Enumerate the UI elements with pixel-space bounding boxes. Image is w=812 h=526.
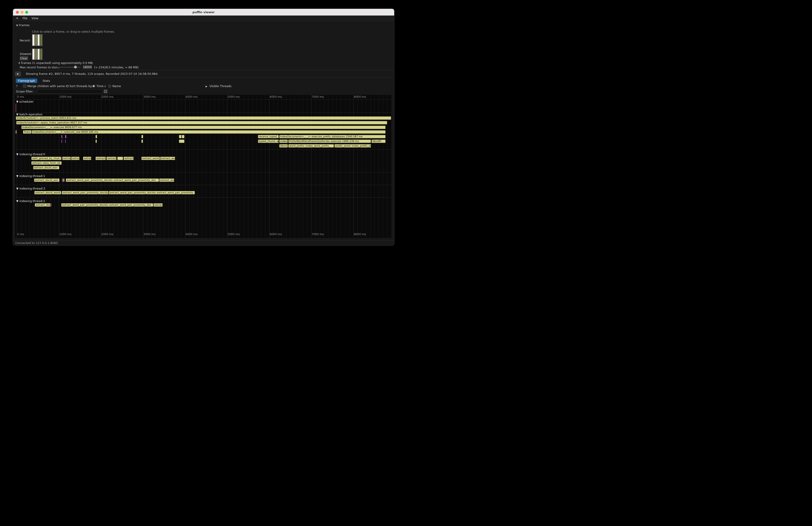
frame-status-text: Showing frame #2, 8957.4 ms, 7 threads, …: [26, 72, 158, 75]
app-asterisk-icon[interactable]: ✳: [16, 17, 18, 20]
flame-scope-bar[interactable]: IndexDocuments<_, _>::execute 8656.677 m…: [21, 126, 386, 129]
titlebar[interactable]: puffin viewer: [13, 9, 394, 16]
flame-scope-bar[interactable]: IndexScheduler>::process_batch 8953.821 …: [16, 116, 391, 120]
frame-bar[interactable]: [40, 34, 42, 46]
flame-scope-bar[interactable]: extract_word_pair_proximity_docids::extr…: [66, 178, 159, 182]
flame-scope-tick[interactable]: [63, 178, 64, 182]
scope-filter-row: Scope filter: ×: [13, 89, 394, 94]
thread-group-label[interactable]: ▼ batch-operation: [16, 113, 43, 116]
flame-scope-tick[interactable]: [61, 135, 62, 138]
thread-group-label[interactable]: ▼ indexing-thread:2: [16, 199, 45, 203]
flame-scope-tick[interactable]: [141, 135, 143, 138]
flame-scope-bar[interactable]: extrac: [154, 203, 163, 207]
flame-scope-bar[interactable]: extract: [124, 157, 134, 160]
flame-scope-bar[interactable]: extract_docid_wor: [34, 178, 60, 182]
flame-scope-tick[interactable]: [182, 135, 185, 138]
frame-bar[interactable]: [40, 49, 42, 60]
flame-scope-bar[interactable]: extract_wo: [160, 157, 175, 160]
scope-filter-input[interactable]: [37, 89, 103, 93]
flame-scope-bar[interactable]: receive_typed_: [258, 135, 279, 138]
flame-scope-bar[interactable]: extract_docid_word: [34, 191, 61, 194]
frame-bar[interactable]: [35, 49, 37, 60]
visible-threads-header[interactable]: ▶ Visible Threads: [205, 84, 232, 88]
sort-direction-arrow-icon[interactable]: ↓: [104, 84, 106, 88]
slowest-frames-thumbnail[interactable]: [32, 48, 43, 60]
play-button[interactable]: ▶: [15, 72, 21, 76]
merge-children-checkbox[interactable]: [23, 85, 26, 88]
flame-scope-bar[interactable]: extra: [71, 157, 79, 160]
flame-scope-tick[interactable]: [96, 140, 97, 143]
flame-scope-tick[interactable]: [16, 103, 16, 112]
flame-scope-bar[interactable]: extract_word: [141, 157, 160, 160]
recent-label: Recent:: [20, 39, 31, 42]
max-frames-slider[interactable]: [57, 67, 81, 68]
expand-triangle-icon: ▶: [205, 85, 207, 88]
tab-flamegraph[interactable]: Flamegraph: [16, 78, 37, 83]
sort-name-radio[interactable]: [108, 85, 111, 88]
flame-scope-tick[interactable]: [64, 178, 65, 182]
frame-bar[interactable]: [38, 49, 40, 60]
flame-scope-tick[interactable]: [96, 135, 97, 138]
menu-file[interactable]: File: [23, 16, 27, 20]
flame-scope-bar[interactable]: extract_: [96, 157, 106, 160]
flame-scope-bar[interactable]: extract_doc: [35, 203, 50, 207]
flame-scope-bar[interactable]: extract_: [106, 157, 117, 160]
flame-scope-tick[interactable]: [16, 130, 17, 134]
flame-scope-bar[interactable]: typed_chunk::w: [258, 140, 279, 143]
slider-knob[interactable]: [74, 65, 77, 69]
flame-scope-bar[interactable]: extract_docid_wor: [33, 166, 59, 170]
flamegraph-canvas[interactable]: 0 ms0 ms1000 ms1000 ms2000 ms2000 ms3000…: [15, 95, 392, 238]
flame-scope-bar[interactable]: index: [279, 140, 288, 143]
flame-scope-bar[interactable]: IndexDocuments<_, _>::execute_raw 8459.1…: [32, 130, 386, 134]
flame-scope-bar[interactable]: split_grenad_by_chun: [31, 157, 61, 160]
tab-stats[interactable]: Stats: [41, 78, 52, 83]
flame-scope-bar[interactable]: Trans: [23, 130, 31, 134]
flame-scope-bar[interactable]: extract_word_pair_proximity_docids::extr…: [61, 203, 153, 207]
frames-header[interactable]: ▼ Frames: [16, 24, 29, 27]
menu-view[interactable]: View: [31, 16, 39, 20]
flame-scope-bar[interactable]: extract: [62, 157, 71, 160]
flame-scope-tick[interactable]: [61, 140, 62, 143]
clear-button[interactable]: Clear: [20, 56, 28, 60]
flame-scope-bar[interactable]: extract::data_from_ob: [31, 161, 62, 165]
sort-time-label[interactable]: Time: [97, 84, 104, 88]
frame-bar[interactable]: [35, 34, 37, 46]
flame-scope-bar[interactable]: PrefixWordPairsProximityDocids::execute …: [288, 140, 371, 143]
clear-filter-icon[interactable]: ×: [104, 90, 107, 93]
sort-name-label[interactable]: Name: [112, 84, 121, 88]
flame-scope-tick[interactable]: [117, 157, 123, 160]
flame-scope-tick[interactable]: [51, 203, 52, 207]
flame-scope-bar[interactable]: extrac: [83, 157, 91, 160]
flame-scope-bar[interactable]: IndexScheduler>::apply_index_operation 8…: [16, 121, 387, 125]
play-row: ▶ Showing frame #2, 8957.4 ms, 7 threads…: [13, 70, 394, 78]
thread-group-label[interactable]: ▼ scheduler: [16, 100, 33, 103]
flame-scope-bar[interactable]: extract_word_pair_proximity_docids: [62, 191, 109, 194]
thread-group-label[interactable]: ▼ indexing-thread:0: [16, 152, 45, 156]
thread-group-label[interactable]: ▼ indexing-thread:3: [16, 187, 45, 190]
help-button[interactable]: ?: [16, 84, 18, 88]
flame-scope-tick[interactable]: [61, 157, 62, 160]
flame-scope-tick[interactable]: [65, 140, 66, 143]
flame-scope-tick[interactable]: [179, 135, 182, 138]
thread-group-label[interactable]: ▼ indexing-thread:1: [16, 174, 45, 178]
flame-scope-bar[interactable]: prefix_word::index_prefix_wo: [334, 144, 371, 148]
flame-scope-tick[interactable]: [62, 178, 62, 182]
time-tick-label: 5000 ms: [228, 233, 240, 236]
flame-scope-bar[interactable]: extract_wo: [159, 178, 174, 182]
max-frames-value[interactable]: 18000: [83, 65, 92, 69]
merge-children-label[interactable]: Merge children with same ID: [27, 84, 69, 88]
flame-scope-tick[interactable]: [179, 140, 185, 143]
sort-time-radio[interactable]: [92, 85, 95, 88]
flame-scope-bar[interactable]: IndexDocuments<_, _>::execute_prefix_dat…: [279, 135, 386, 138]
recent-frames-thumbnail[interactable]: [32, 34, 43, 46]
time-tick-label: 0 ms: [17, 95, 24, 99]
flame-scope-bar[interactable]: extract_word_pair_proximity_docids::extr…: [109, 191, 195, 194]
flame-scope-bar[interactable]: Word: [279, 144, 288, 148]
flame-scope-bar[interactable]: WordPr: [372, 140, 386, 143]
frame-bar[interactable]: [32, 34, 34, 46]
frame-bar[interactable]: [32, 49, 34, 60]
flame-scope-bar[interactable]: word_prefix::index_word_prefix_: [288, 144, 334, 148]
frame-bar[interactable]: [38, 34, 40, 46]
flame-scope-tick[interactable]: [141, 140, 143, 143]
flame-scope-tick[interactable]: [65, 135, 66, 138]
